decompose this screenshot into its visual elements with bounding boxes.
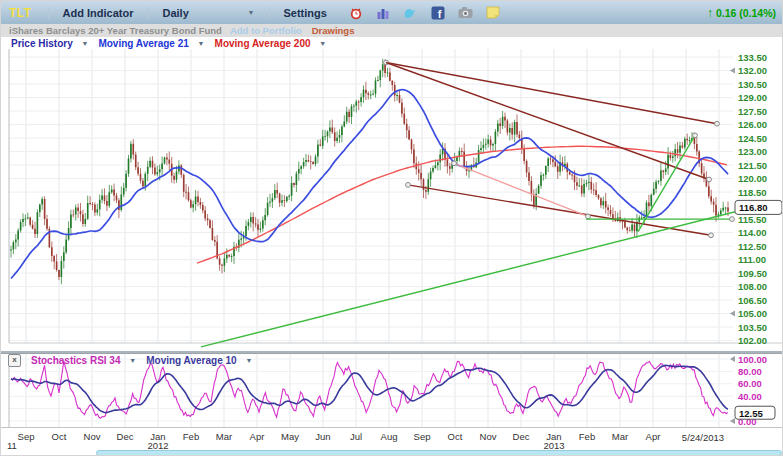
month-label: Nov [84,431,101,442]
time-axis: SepOctNovDecJanFebMarAprMayJunJulAugSepO… [1,427,783,450]
month-label: Mar [612,431,628,442]
svg-text:123.00: 123.00 [738,146,767,157]
price-history-dropdown[interactable]: Price History ▼ [11,38,88,49]
price-change-value: 0.16 (0.14%) [716,7,776,19]
month-label: Nov [480,431,497,442]
channel-line-handle[interactable] [709,233,714,238]
facebook-icon[interactable]: f [431,6,445,20]
axis-marker [730,356,735,362]
scrollbar-track [1,449,783,456]
ma21-dropdown[interactable]: Moving Average 21 ▼ [98,38,204,49]
last-price-value: 116.80 [739,202,768,213]
down-trendline-upper-handle[interactable] [715,121,720,126]
svg-text:102.00: 102.00 [738,335,767,346]
symbol-label[interactable]: TLT [9,6,32,20]
toolbar-icons: f [349,6,500,20]
down-trendline-upper[interactable] [386,63,717,124]
chart-application: TLT Add Indicator Daily ▼ Settings f ↑ 0… [0,0,783,456]
svg-text:111.00: 111.00 [738,254,766,265]
month-label: Feb [183,431,199,442]
svg-text:100.00: 100.00 [738,354,767,365]
axis-marker [730,311,735,317]
svg-text:120.00: 120.00 [738,173,767,184]
svg-text:f: f [438,8,442,20]
series-selector-bar: Price History ▼ Moving Average 21 ▼ Movi… [1,37,783,49]
axis-marker [730,68,735,74]
price-chart-panel[interactable]: 133.50132.00130.50129.00127.50126.00124.… [1,49,783,351]
month-label: Feb [579,431,595,442]
svg-text:129.00: 129.00 [738,92,767,103]
svg-text:133.50: 133.50 [738,52,767,63]
current-date-label: 5/24/2013 [682,432,724,443]
chevron-down-icon: ▼ [129,357,136,364]
timeframe-value: Daily [163,7,189,19]
svg-text:130.50: 130.50 [738,79,767,90]
stochastics-dropdown[interactable]: Stochastics RSI 34 ▼ [31,355,136,366]
month-label: Sep [18,431,35,442]
axis-marker [730,418,735,424]
time-scrollbar[interactable] [96,450,782,456]
month-label: Apr [250,431,265,442]
pink-trendline-handle[interactable] [452,161,457,166]
month-label: Oct [52,431,67,442]
price-change-indicator: ↑ 0.16 (0.14%) [707,7,776,19]
chevron-down-icon: ▼ [245,357,252,364]
pink-trendline-handle[interactable] [586,214,591,219]
twitter-icon[interactable] [403,6,418,20]
month-label: Jun [315,431,330,442]
note-icon[interactable] [486,6,500,19]
close-panel-button[interactable]: x [8,354,21,367]
svg-text:121.50: 121.50 [738,160,767,171]
toolbar-divider [148,7,149,19]
stoch-value: 12.55 [739,408,763,419]
svg-text:118.50: 118.50 [738,187,767,198]
month-label: Apr [646,431,661,442]
timeframe-dropdown[interactable]: Daily ▼ [163,7,255,19]
svg-text:60.00: 60.00 [738,378,762,389]
stochastics-header: x Stochastics RSI 34 ▼ Moving Average 10… [1,354,252,367]
symbol-info-bar: iShares Barclays 20+ Year Treasury Bond … [1,24,783,38]
month-label: Dec [513,431,530,442]
add-indicator-button[interactable]: Add Indicator [63,7,134,19]
main-toolbar: TLT Add Indicator Daily ▼ Settings f ↑ 0… [1,1,783,25]
ma200-dropdown[interactable]: Moving Average 200 ▼ [215,38,327,49]
svg-text:112.50: 112.50 [738,241,767,252]
channel-line-handle[interactable] [406,183,411,188]
stochastics-panel[interactable]: x Stochastics RSI 34 ▼ Moving Average 10… [1,353,783,427]
settings-button[interactable]: Settings [284,7,327,19]
add-to-portfolio-link[interactable]: Add to Portfolio [230,25,302,36]
svg-text:108.00: 108.00 [738,281,767,292]
svg-text:103.50: 103.50 [738,322,767,333]
month-label: Oct [448,431,463,442]
month-label: Aug [381,431,398,442]
month-label: Jul [350,431,362,442]
drawings-link[interactable]: Drawings [312,25,355,36]
long-uptrend-line[interactable] [201,207,756,347]
symbol-full-name: iShares Barclays 20+ Year Treasury Bond … [9,25,222,36]
month-label: May [281,431,299,442]
svg-text:132.00: 132.00 [738,65,767,76]
down-trendline-lower-handle[interactable] [707,177,712,182]
svg-text:80.00: 80.00 [738,366,762,377]
svg-text:124.50: 124.50 [738,133,767,144]
svg-text:105.00: 105.00 [738,308,767,319]
steep-uptrend-line-handle[interactable] [693,133,698,138]
toolbar-divider [269,7,270,19]
svg-text:109.50: 109.50 [738,268,767,279]
price-gridlines [9,49,783,343]
price-chart-svg[interactable]: 133.50132.00130.50129.00127.50126.00124.… [1,49,783,351]
chevron-down-icon: ▼ [81,40,88,47]
horizontal-support-line-handle[interactable] [730,217,735,222]
month-label: Sep [414,431,431,442]
svg-text:115.50: 115.50 [738,214,767,225]
svg-text:126.00: 126.00 [738,119,767,130]
svg-text:106.50: 106.50 [738,295,767,306]
camera-icon[interactable] [458,6,473,19]
up-arrow-icon: ↑ [707,8,713,18]
svg-text:114.00: 114.00 [738,227,767,238]
chevron-down-icon: ▼ [248,9,255,16]
ma10-dropdown[interactable]: Moving Average 10 ▼ [146,355,252,366]
bar-chart-icon[interactable] [376,6,390,20]
svg-text:40.00: 40.00 [738,391,762,402]
alarm-clock-icon[interactable] [349,6,363,20]
